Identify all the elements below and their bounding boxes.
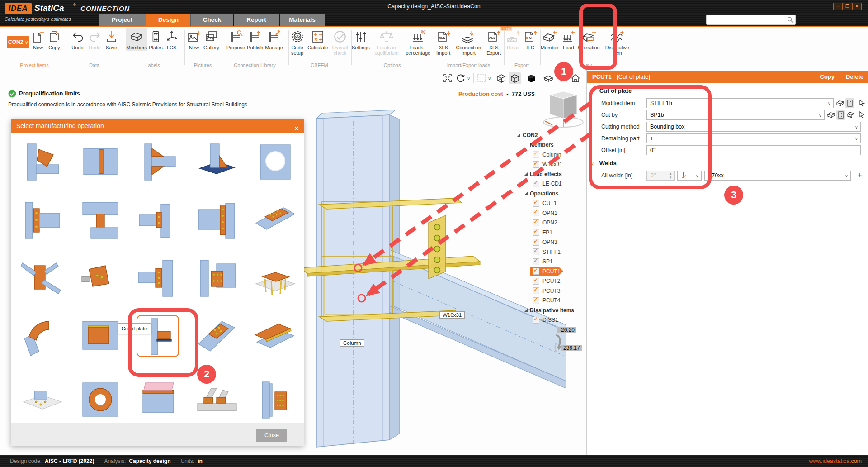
ribbon-button-copy[interactable]: Copy xyxy=(47,28,62,51)
ribbon-button-redo[interactable]: Redo xyxy=(87,28,103,51)
ribbon-button-connection-import[interactable]: Connection Import xyxy=(453,28,483,57)
tree-item-operations[interactable]: Operations xyxy=(515,189,586,199)
cube-wireframe-icon[interactable] xyxy=(495,72,507,84)
tree-item-pcut4[interactable]: PCUT4 xyxy=(515,296,586,306)
search-input[interactable] xyxy=(706,15,796,25)
rib-haunch-thumbnail[interactable] xyxy=(137,141,180,183)
fit-view-icon[interactable] xyxy=(442,72,453,84)
remaining-part-select[interactable]: +∨ xyxy=(646,133,861,143)
channel-weld-thumbnail[interactable] xyxy=(137,379,180,421)
ribbon-button-loads-in-equilibrium[interactable]: Loads in equilibrium xyxy=(371,28,402,57)
ribbon-button-calculate[interactable]: Calculate xyxy=(307,28,329,51)
tree-item-sp1[interactable]: SP1 xyxy=(515,257,586,267)
weld-type-select[interactable]: ∨ xyxy=(677,171,702,181)
close-button[interactable]: ✕ xyxy=(852,3,862,10)
diagonal-splice-thumbnail[interactable] xyxy=(196,316,238,357)
tree-checkbox[interactable] xyxy=(533,219,539,226)
tree-item-column[interactable]: Column xyxy=(515,150,586,160)
tree-item-w16x31[interactable]: W16x31 xyxy=(515,160,586,170)
tab-design[interactable]: Design xyxy=(146,14,191,26)
tree-item-pcut1[interactable]: PCUT1 xyxy=(515,267,586,276)
website-link[interactable]: www.ideastatica.com xyxy=(809,458,862,464)
dialog-close-icon[interactable]: ✕ xyxy=(294,122,299,135)
base-plate-gusset-thumbnail[interactable] xyxy=(196,141,238,183)
end-plate-tall-thumbnail[interactable] xyxy=(196,200,238,241)
tab-project[interactable]: Project xyxy=(99,14,146,26)
ribbon-button-member[interactable]: Member xyxy=(540,28,559,51)
rotation-gizmo-icon[interactable] xyxy=(552,333,564,357)
flange-cover-plate-thumbnail[interactable] xyxy=(254,316,297,357)
weld-size-stepper[interactable]: 0"▲▼ xyxy=(646,171,675,181)
truss-gusset-thumbnail[interactable] xyxy=(196,379,238,421)
fin-plate-bolted-thumbnail[interactable] xyxy=(137,257,180,299)
cube-solid-icon[interactable] xyxy=(525,72,537,84)
cutting-method-select[interactable]: Bounding box∨ xyxy=(646,122,861,132)
tree-expander-icon[interactable] xyxy=(517,133,520,137)
ribbon-button-load[interactable]: Load xyxy=(560,28,576,51)
tree-expander-icon[interactable] xyxy=(524,309,528,312)
angle-cleats-thumbnail[interactable] xyxy=(196,257,238,299)
tree-item-opn3[interactable]: OPN3 xyxy=(515,238,586,248)
ribbon-button-lcs[interactable]: LCS xyxy=(164,28,179,51)
cursor-pick-icon[interactable] xyxy=(857,98,866,108)
tab-check[interactable]: Check xyxy=(191,14,233,26)
plate-on-web-thumbnail[interactable] xyxy=(79,316,122,357)
ribbon-button-undo[interactable]: Undo xyxy=(70,28,86,51)
orbit-icon[interactable] xyxy=(455,72,467,84)
tree-checkbox[interactable] xyxy=(533,239,539,246)
chevron-down-icon[interactable]: ∨ xyxy=(488,76,491,81)
tree-item-fp1[interactable]: FP1 xyxy=(515,228,586,238)
plate-pick-icon[interactable] xyxy=(845,98,854,108)
ribbon-button-settings[interactable]: Settings xyxy=(351,28,370,51)
tree-item-dissipative-items[interactable]: Dissipative items xyxy=(515,305,586,315)
tree-item-cut1[interactable]: CUT1 xyxy=(515,199,586,209)
modified-item-select[interactable]: STIFF1b∨ xyxy=(646,98,834,108)
tree-checkbox[interactable] xyxy=(533,258,539,265)
tree-checkbox[interactable] xyxy=(533,248,539,255)
ribbon-button-manage[interactable]: Manage xyxy=(264,28,283,51)
tree-checkbox[interactable] xyxy=(533,287,539,294)
tree-item-opn1[interactable]: OPN1 xyxy=(515,208,586,218)
ribbon-button-new[interactable]: New xyxy=(30,28,46,51)
tree-checkbox[interactable] xyxy=(533,200,539,207)
ribbon-button-publish[interactable]: Publish xyxy=(246,28,264,51)
cube-clipped-icon[interactable] xyxy=(542,72,554,84)
tree-checkbox[interactable] xyxy=(533,229,539,236)
splice-cover-plate-thumbnail[interactable] xyxy=(254,200,297,241)
cut-of-member-thumbnail[interactable] xyxy=(21,141,63,183)
tab-report[interactable]: Report xyxy=(234,14,279,26)
ribbon-button-detail[interactable]: BETA Detail xyxy=(505,28,521,51)
tree-checkbox[interactable] xyxy=(533,278,539,285)
ribbon-button-xls-import[interactable]: XLS XLS Import xyxy=(434,28,453,57)
offset-input[interactable]: 0" xyxy=(646,145,861,155)
tree-expander-icon[interactable] xyxy=(524,192,528,195)
bolted-end-plate-thumbnail[interactable] xyxy=(254,379,297,421)
section-view-icon[interactable] xyxy=(476,72,487,84)
member-pick-icon[interactable] xyxy=(835,98,844,108)
ribbon-button-code-setup[interactable]: </> Code setup xyxy=(288,28,306,57)
ribbon-button-gallery[interactable]: Gallery xyxy=(203,28,220,51)
connector-stub-thumbnail[interactable] xyxy=(79,257,122,299)
workbench-frame-thumbnail[interactable] xyxy=(254,257,297,299)
section-cut-of-plate[interactable]: ∨ Cut of plate xyxy=(590,87,632,94)
bend-of-member-thumbnail[interactable] xyxy=(21,316,63,357)
tree-item-diss1[interactable]: DISS1 xyxy=(515,315,586,325)
tree-item-load-effects[interactable]: Load effects xyxy=(515,169,586,179)
stiffener-plate-thumbnail[interactable] xyxy=(79,141,122,183)
tree-checkbox[interactable] xyxy=(533,268,539,275)
maximize-button[interactable]: ❐ xyxy=(843,3,852,10)
tree-checkbox[interactable] xyxy=(533,161,539,168)
tree-item-con2[interactable]: CON2 xyxy=(515,130,586,140)
connection-selector[interactable]: CON2∨ xyxy=(7,36,29,48)
tree-item-opn2[interactable]: OPN2 xyxy=(515,218,586,228)
ribbon-button-members[interactable]: Members xyxy=(126,28,147,51)
plate-pick-icon[interactable] xyxy=(836,110,845,120)
ribbon-button-propose[interactable]: Propose xyxy=(226,28,245,51)
tree-item-pcut2[interactable]: PCUT2 xyxy=(515,276,586,286)
anchor-base-thumbnail[interactable] xyxy=(21,379,63,421)
ribbon-button-save[interactable]: Save xyxy=(104,28,119,51)
cube-transparent-icon[interactable] xyxy=(509,72,521,84)
connecting-plate-thumbnail[interactable] xyxy=(79,200,122,241)
tree-item-stiff1[interactable]: STIFF1 xyxy=(515,247,586,257)
opening-thumbnail[interactable] xyxy=(254,141,297,183)
